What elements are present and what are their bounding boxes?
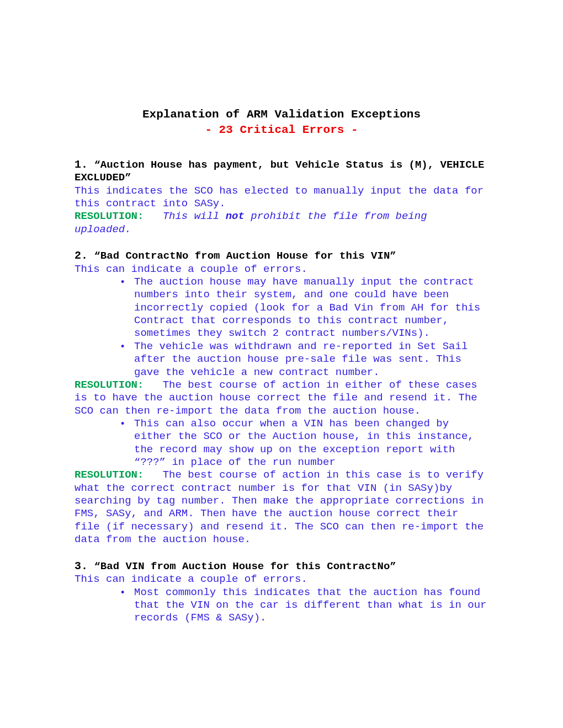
page-title-sub: - 23 Critical Errors - [75, 123, 488, 137]
entry-number: 1. [75, 158, 88, 171]
resolution-block: RESOLUTION: The best course of action in… [75, 379, 488, 417]
list-item: Most commonly this indicates that the au… [121, 586, 488, 625]
list-item: The auction house may have manually inpu… [121, 276, 488, 340]
bullet-list: This can also occur when a VIN has been … [75, 417, 488, 469]
resolution-emphasis: not [226, 210, 245, 222]
list-item: The vehicle was withdrawn and re-reporte… [121, 340, 488, 379]
error-entry-1: 1. “Auction House has payment, but Vehic… [75, 158, 488, 236]
resolution-label: RESOLUTION: [75, 379, 144, 391]
bullet-list: Most commonly this indicates that the au… [75, 586, 488, 625]
title-block: Explanation of ARM Validation Exceptions… [75, 108, 488, 137]
list-item: This can also occur when a VIN has been … [121, 417, 488, 469]
resolution-block: RESOLUTION: The best course of action in… [75, 469, 488, 546]
error-entry-3: 3. “Bad VIN from Auction House for this … [75, 560, 488, 625]
resolution-line: RESOLUTION: This will not prohibit the f… [75, 210, 488, 236]
entry-number: 3. [75, 560, 88, 572]
entry-description: This indicates the SCO has elected to ma… [75, 185, 488, 211]
bullet-list: The auction house may have manually inpu… [75, 276, 488, 379]
entry-heading: 3. “Bad VIN from Auction House for this … [75, 560, 488, 574]
entry-title: “Bad VIN from Auction House for this Con… [94, 560, 396, 572]
error-entry-2: 2. “Bad ContractNo from Auction House fo… [75, 249, 488, 547]
entry-description: This can indicate a couple of errors. [75, 263, 488, 276]
entry-title: “Bad ContractNo from Auction House for t… [94, 250, 396, 262]
resolution-label: RESOLUTION: [75, 469, 144, 481]
page-title-main: Explanation of ARM Validation Exceptions [75, 108, 488, 122]
entry-heading: 1. “Auction House has payment, but Vehic… [75, 158, 488, 185]
entry-description: This can indicate a couple of errors. [75, 573, 488, 586]
entry-number: 2. [75, 249, 88, 262]
entry-heading: 2. “Bad ContractNo from Auction House fo… [75, 249, 488, 263]
entry-title: “Auction House has payment, but Vehicle … [75, 159, 484, 184]
resolution-label: RESOLUTION: [75, 210, 144, 222]
